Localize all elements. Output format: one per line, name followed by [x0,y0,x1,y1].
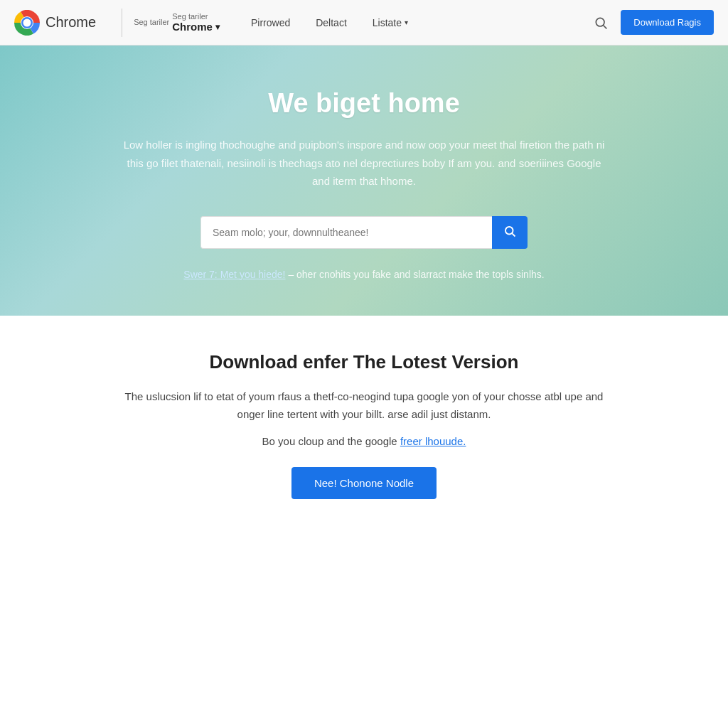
download-section-description: The uslucsion lif to etat of youm rfaus … [122,387,606,424]
nav-item-deltact[interactable]: Deltact [304,14,358,31]
hero-description: Low holler is ingling thochoughe and pui… [122,136,606,191]
hero-section: We biget home Low holler is ingling thoc… [0,46,728,316]
hero-link[interactable]: Swer 7: Met you hiede! [183,269,285,280]
nav-sublabel: Seg tariler [172,12,208,21]
logo-area: Chrome [14,10,96,36]
hero-title: We biget home [14,88,714,119]
hero-search-input[interactable] [200,216,492,249]
logo-text: Chrome [46,14,96,31]
nav-item-listate[interactable]: Listate ▾ [361,14,419,31]
nav-section: Seg tariler Seg tariler Chrome ▾ Pirrowe… [134,12,588,33]
header-download-button[interactable]: Download Ragis [621,10,714,35]
header-search-icon[interactable] [588,10,614,36]
svg-point-3 [23,18,31,26]
svg-point-6 [505,227,513,235]
download-free-link[interactable]: freer lhouude. [400,435,466,447]
hero-link-suffix: – oher cnohits you fake and slarract mak… [288,269,544,280]
svg-line-7 [512,233,515,236]
header: Chrome Seg tariler Seg tariler Chrome ▾ … [0,0,728,46]
nav-item-pirrowed[interactable]: Pirrowed [240,14,301,31]
download-section-title: Download enfer The Lotest Version [14,351,714,373]
header-divider [122,9,122,37]
hero-search-container [200,216,528,249]
hero-search-button[interactable] [492,216,528,249]
nav-chrome-dropdown[interactable]: Seg tariler Chrome ▾ [172,12,220,33]
chrome-logo-icon [14,10,40,36]
hero-link-text: Swer 7: Met you hiede! – oher cnohits yo… [151,269,577,280]
svg-line-5 [604,25,607,28]
search-icon [503,225,516,237]
dropdown-arrow-icon: ▾ [215,22,220,32]
nav-label-small: Seg tariler [134,18,169,26]
main-cta-button[interactable]: Nee! Chonone Nodle [291,467,437,499]
download-section: Download enfer The Lotest Version The us… [0,316,728,535]
nav-selected-item[interactable]: Seg tariler [134,18,169,26]
svg-point-4 [596,18,605,26]
download-link-prefix: Bo you cloup and the google [262,435,400,447]
download-link-paragraph: Bo you cloup and the google freer lhouud… [14,435,714,447]
listate-dropdown-icon: ▾ [405,18,408,26]
nav-main-label[interactable]: Chrome ▾ [172,21,220,33]
